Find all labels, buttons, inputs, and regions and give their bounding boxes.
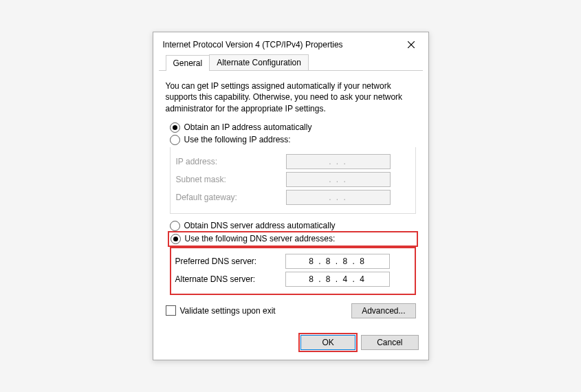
radio-icon xyxy=(171,234,181,244)
preferred-dns-input[interactable]: 8 . 8 . 8 . 8 xyxy=(285,254,390,269)
tab-general[interactable]: General xyxy=(166,55,210,71)
subnet-row: Subnet mask: . . . xyxy=(176,172,410,187)
subnet-label: Subnet mask: xyxy=(176,175,286,184)
dns-fields: Preferred DNS server: 8 . 8 . 8 . 8 Alte… xyxy=(170,247,416,295)
tab-bar: General Alternate Configuration xyxy=(159,54,423,71)
radio-ip-manual[interactable]: Use the following IP address: xyxy=(170,135,416,145)
validate-label: Validate settings upon exit xyxy=(180,306,276,316)
gateway-row: Default gateway: . . . xyxy=(176,190,410,205)
alternate-dns-input[interactable]: 8 . 8 . 4 . 4 xyxy=(285,272,390,287)
ip-address-input: . . . xyxy=(286,154,391,169)
gateway-input: . . . xyxy=(286,190,391,205)
tab-content: You can get IP settings assigned automat… xyxy=(153,71,428,328)
radio-ip-auto[interactable]: Obtain an IP address automatically xyxy=(170,122,416,133)
tab-alternate[interactable]: Alternate Configuration xyxy=(209,54,309,70)
close-button[interactable] xyxy=(401,38,421,52)
window-title: Internet Protocol Version 4 (TCP/IPv4) P… xyxy=(163,40,401,50)
gateway-label: Default gateway: xyxy=(176,193,286,202)
advanced-button[interactable]: Advanced... xyxy=(351,303,415,318)
radio-icon xyxy=(170,135,180,145)
preferred-dns-row: Preferred DNS server: 8 . 8 . 8 . 8 xyxy=(175,254,410,269)
ip-address-label: IP address: xyxy=(176,157,286,166)
radio-ip-auto-label: Obtain an IP address automatically xyxy=(184,122,312,132)
radio-dns-manual-label: Use the following DNS server addresses: xyxy=(185,234,336,243)
dns-group: Obtain DNS server address automatically … xyxy=(166,221,416,295)
ok-button[interactable]: OK xyxy=(300,335,355,350)
alternate-dns-label: Alternate DNS server: xyxy=(175,274,285,284)
ip-fields: IP address: . . . Subnet mask: . . . Def… xyxy=(170,147,416,214)
cancel-button[interactable]: Cancel xyxy=(361,335,418,350)
radio-dns-auto-label: Obtain DNS server address automatically xyxy=(184,221,336,230)
radio-dns-manual[interactable]: Use the following DNS server addresses: xyxy=(170,233,416,245)
validate-checkbox[interactable] xyxy=(166,305,176,316)
radio-ip-manual-label: Use the following IP address: xyxy=(184,135,291,144)
subnet-input: . . . xyxy=(286,172,391,187)
close-icon xyxy=(408,41,415,48)
radio-dns-auto[interactable]: Obtain DNS server address automatically xyxy=(170,221,416,231)
bottom-row: Validate settings upon exit Advanced... xyxy=(166,303,416,318)
dialog-footer: OK Cancel xyxy=(153,328,428,360)
title-bar: Internet Protocol Version 4 (TCP/IPv4) P… xyxy=(153,32,428,54)
radio-icon xyxy=(170,221,180,231)
ip-group: Obtain an IP address automatically Use t… xyxy=(166,122,416,214)
properties-dialog: Internet Protocol Version 4 (TCP/IPv4) P… xyxy=(153,32,429,360)
description-text: You can get IP settings assigned automat… xyxy=(166,80,416,114)
alternate-dns-row: Alternate DNS server: 8 . 8 . 4 . 4 xyxy=(175,272,410,287)
ip-address-row: IP address: . . . xyxy=(176,154,410,169)
radio-icon xyxy=(170,122,180,133)
preferred-dns-label: Preferred DNS server: xyxy=(175,257,285,266)
